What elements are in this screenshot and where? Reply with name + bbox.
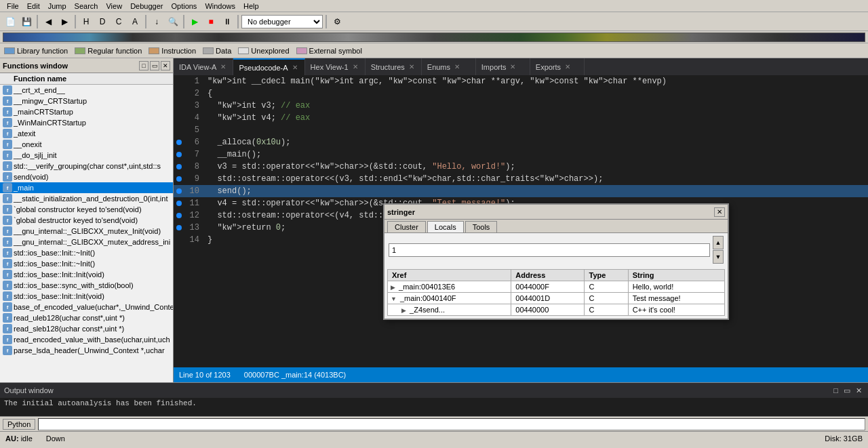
func-item[interactable]: f`global constructor keyed to'send(void) — [0, 204, 173, 215]
func-item[interactable]: fstd::ios_base::Init::~Init() — [0, 247, 173, 258]
save-button[interactable]: 💾 — [19, 14, 34, 29]
tab-close-btn[interactable]: ✕ — [291, 64, 299, 71]
code-button[interactable]: C — [111, 14, 126, 29]
popup-close-btn[interactable]: ✕ — [714, 207, 725, 217]
code-line[interactable]: 4 "kw">int v4; // eax — [174, 112, 868, 124]
new-button[interactable]: 📄 — [3, 14, 18, 29]
output-max-btn[interactable]: ▭ — [842, 386, 852, 395]
func-item[interactable]: f__onexit — [0, 139, 173, 150]
code-line[interactable]: 8 v3 = std::operator<<"kw">char>>(&std::… — [174, 161, 868, 173]
func-item[interactable]: f__do_sjlj_init — [0, 150, 173, 161]
breakpoint-dot[interactable] — [176, 201, 182, 206]
breakpoint-dot[interactable] — [176, 176, 182, 182]
menu-view[interactable]: View — [102, 1, 126, 11]
func-item[interactable]: f__gnu_internal::_GLIBCXX_mutex_Init(voi… — [0, 226, 173, 237]
debugger-selector[interactable]: No debugger — [241, 15, 323, 28]
menu-options[interactable]: Options — [167, 1, 201, 11]
code-line[interactable]: 10 send(); — [174, 185, 868, 197]
tree-toggle[interactable]: ▼ — [391, 296, 397, 302]
tab-close-btn[interactable]: ✕ — [453, 63, 461, 70]
breakpoint-dot[interactable] — [176, 140, 182, 145]
func-item[interactable]: fread_encoded_value_with_base(uchar,uint… — [0, 334, 173, 345]
tab-close-btn[interactable]: ✕ — [408, 63, 416, 70]
code-line[interactable]: 5 — [174, 124, 868, 136]
data-button[interactable]: A — [127, 14, 142, 29]
pause-button[interactable]: ⏸ — [220, 14, 235, 29]
popup-number-input[interactable] — [389, 243, 710, 257]
tab-close-btn[interactable]: ✕ — [564, 63, 572, 70]
tab-pseudocode-a[interactable]: Pseudocode-A✕ — [233, 58, 304, 75]
menu-edit[interactable]: Edit — [23, 1, 44, 11]
tab-structures[interactable]: Structures✕ — [366, 58, 422, 75]
func-item[interactable]: f_atexit — [0, 128, 173, 139]
breakpoint-dot[interactable] — [176, 225, 182, 230]
breakpoint-dot[interactable] — [176, 213, 182, 218]
breakpoint-dot[interactable] — [176, 164, 182, 169]
func-item[interactable]: fbase_of_encoded_value(uchar*,_Unwind_Co… — [0, 302, 173, 312]
func-item[interactable]: fstd::ios_base::Init::~Init() — [0, 258, 173, 269]
func-list[interactable]: f__crt_xt_end__f__mingw_CRTStartupf_main… — [0, 85, 173, 382]
tab-enums[interactable]: Enums✕ — [422, 58, 476, 75]
code-line[interactable]: 7 __main(); — [174, 148, 868, 161]
disasm-button[interactable]: D — [95, 14, 110, 29]
back-button[interactable]: ◀ — [41, 14, 56, 29]
breakpoint-dot[interactable] — [176, 188, 182, 194]
tree-toggle[interactable]: ▶ — [401, 307, 406, 314]
code-line[interactable]: 9 std::ostream::operator<<(v3, std::endl… — [174, 173, 868, 185]
panel-float-btn[interactable]: □ — [139, 61, 149, 70]
jump-button[interactable]: ↓ — [149, 14, 164, 29]
popup-spin-up[interactable]: ▲ — [713, 236, 724, 249]
breakpoint-dot[interactable] — [176, 152, 182, 157]
func-item[interactable]: f`global destructor keyed to'send(void) — [0, 215, 173, 226]
python-input[interactable] — [38, 418, 865, 430]
output-close-btn[interactable]: ✕ — [854, 386, 864, 395]
tab-imports[interactable]: Imports✕ — [476, 58, 530, 75]
code-line[interactable]: 1"kw">int __cdecl main("kw">int argc, "k… — [174, 75, 868, 87]
code-line[interactable]: 2{ — [174, 87, 868, 100]
popup-tab-tools[interactable]: Tools — [465, 221, 498, 232]
func-item[interactable]: fparse_lsda_header(_Unwind_Context *,uch… — [0, 345, 173, 356]
func-item[interactable]: f__static_initialization_and_destruction… — [0, 193, 173, 204]
panel-max-btn[interactable]: ▭ — [150, 61, 159, 70]
func-item[interactable]: f__crt_xt_end__ — [0, 85, 173, 96]
func-item[interactable]: fstd::ios_base::sync_with_stdio(bool) — [0, 280, 173, 291]
tab-close-btn[interactable]: ✕ — [351, 63, 359, 70]
panel-close-btn[interactable]: ✕ — [161, 61, 170, 70]
python-button[interactable]: Python — [3, 419, 35, 430]
menu-file[interactable]: File — [3, 1, 23, 11]
menu-help[interactable]: Help — [239, 1, 263, 11]
func-item[interactable]: fstd::__verify_grouping(char const*,uint… — [0, 161, 173, 171]
func-item[interactable]: f_WinMainCRTStartup — [0, 117, 173, 128]
tab-hex-view-1[interactable]: Hex View-1✕ — [305, 58, 366, 75]
func-item[interactable]: fstd::ios_base::Init::Init(void) — [0, 291, 173, 302]
search-button[interactable]: 🔍 — [165, 14, 180, 29]
popup-spin-down[interactable]: ▼ — [713, 250, 724, 264]
tree-toggle[interactable]: ▶ — [391, 284, 395, 291]
forward-button[interactable]: ▶ — [57, 14, 72, 29]
tab-exports[interactable]: Exports✕ — [530, 58, 585, 75]
tab-ida-view-a[interactable]: IDA View-A✕ — [174, 58, 233, 75]
func-item[interactable]: f_mainCRTStartup — [0, 106, 173, 117]
func-item[interactable]: fread_sleb128(uchar const*,uint *) — [0, 323, 173, 334]
menu-windows[interactable]: Windows — [201, 1, 239, 11]
func-item[interactable]: fstd::ios_base::Init::Init(void) — [0, 269, 173, 280]
stop-button[interactable]: ■ — [203, 14, 218, 29]
popup-tab-locals[interactable]: Locals — [427, 221, 464, 232]
func-item[interactable]: f__mingw_CRTStartup — [0, 96, 173, 106]
menu-debugger[interactable]: Debugger — [126, 1, 167, 11]
hex-button[interactable]: H — [79, 14, 94, 29]
func-item[interactable]: fsend(void) — [0, 171, 173, 182]
tab-close-btn[interactable]: ✕ — [219, 63, 227, 70]
code-line[interactable]: 3 "kw">int v3; // eax — [174, 100, 868, 112]
run-button[interactable]: ▶ — [187, 14, 202, 29]
popup-tab-cluster[interactable]: Cluster — [387, 221, 426, 232]
output-float-btn[interactable]: □ — [831, 386, 840, 395]
menu-jump[interactable]: Jump — [44, 1, 71, 11]
func-item[interactable]: fread_uleb128(uchar const*,uint *) — [0, 312, 173, 323]
menu-search[interactable]: Search — [71, 1, 102, 11]
settings-button[interactable]: ⚙ — [330, 14, 344, 29]
tab-close-btn[interactable]: ✕ — [509, 63, 517, 70]
func-item[interactable]: f_main — [0, 182, 173, 193]
func-item[interactable]: f__gnu_internal::_GLIBCXX_mutex_address_… — [0, 237, 173, 247]
code-line[interactable]: 6 _alloca(0x10u); — [174, 136, 868, 148]
